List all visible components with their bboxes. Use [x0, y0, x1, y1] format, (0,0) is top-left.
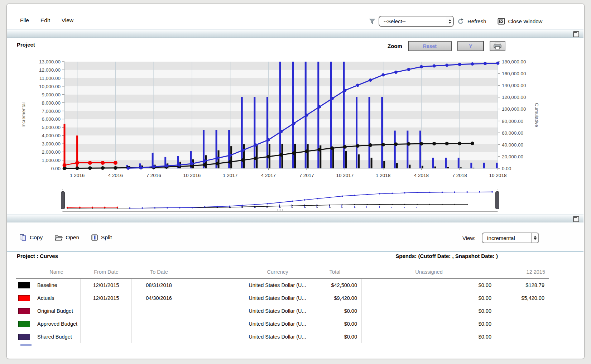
cell-currency: United States Dollar (U...: [186, 330, 308, 343]
svg-text:10 2018: 10 2018: [489, 173, 507, 178]
restore-pane-icon[interactable]: [573, 31, 579, 37]
swatch-cell: [16, 317, 32, 330]
column-name[interactable]: Name: [32, 266, 81, 278]
cell-unassigned: $0.00: [362, 330, 496, 343]
table-row[interactable]: Original BudgetUnited States Dollar (U..…: [16, 305, 549, 317]
swatch-cell: [16, 292, 32, 305]
refresh-label[interactable]: Refresh: [467, 18, 486, 24]
select-stepper-icon[interactable]: [531, 233, 538, 243]
curve-color-swatch: [18, 282, 30, 288]
swatch-cell: [16, 279, 32, 292]
svg-text:7,000.00: 7,000.00: [42, 109, 61, 114]
filter-funnel-icon[interactable]: [369, 18, 375, 25]
svg-text:180,000.00: 180,000.00: [502, 59, 526, 64]
split-button[interactable]: Split: [91, 234, 112, 241]
close-window-icon[interactable]: [498, 18, 505, 25]
zoom-reset-button[interactable]: Reset: [408, 41, 452, 51]
svg-text:13,000.00: 13,000.00: [39, 59, 61, 64]
table-row[interactable]: Actuals12/01/201504/30/2016United States…: [16, 292, 549, 305]
swatch-cell: [16, 305, 32, 317]
app-window: File Edit View --Select-- Refresh Close …: [0, 0, 591, 364]
cell-to: [132, 317, 186, 330]
table-row[interactable]: Approved BudgetUnited States Dollar (U..…: [16, 317, 549, 330]
table-row[interactable]: Baseline12/01/201508/31/2018United State…: [16, 279, 549, 292]
copy-button[interactable]: Copy: [20, 234, 43, 241]
svg-text:0.00: 0.00: [51, 166, 61, 171]
svg-text:80,000.00: 80,000.00: [502, 119, 523, 124]
copy-label: Copy: [30, 234, 43, 241]
svg-text:7 2017: 7 2017: [299, 173, 314, 178]
range-grip-icon[interactable]: [277, 209, 283, 211]
cell-total: $42,500.00: [308, 279, 362, 292]
column-to-date[interactable]: To Date: [132, 266, 186, 278]
svg-text:Incremental: Incremental: [21, 102, 26, 128]
svg-text:4 2018: 4 2018: [414, 173, 429, 178]
curve-color-swatch: [18, 321, 30, 327]
curves-table-header: Name From Date To Date Currency Total Un…: [16, 266, 549, 279]
cell-currency: United States Dollar (U...: [186, 305, 308, 317]
filter-select[interactable]: --Select--: [379, 16, 454, 27]
open-label: Open: [66, 234, 79, 241]
svg-text:20,000.00: 20,000.00: [502, 154, 523, 159]
restore-pane-icon[interactable]: [573, 216, 579, 222]
cell-unassigned: $0.00: [362, 292, 496, 305]
column-unassigned[interactable]: Unassigned: [362, 266, 496, 278]
cell-name: Approved Budget: [32, 317, 81, 330]
cell-m122015: [496, 317, 549, 330]
svg-text:9,000.00: 9,000.00: [42, 92, 61, 97]
cell-currency: United States Dollar (U...: [186, 292, 308, 305]
cell-currency: United States Dollar (U...: [186, 279, 308, 292]
column-total[interactable]: Total: [308, 266, 362, 278]
svg-text:7 2016: 7 2016: [146, 173, 161, 178]
cell-unassigned: $0.00: [362, 305, 496, 317]
open-button[interactable]: Open: [55, 234, 79, 241]
column-from-date[interactable]: From Date: [81, 266, 132, 278]
cell-name: Shared Budget: [32, 330, 81, 343]
chart-range-selector[interactable]: [62, 189, 498, 212]
cell-unassigned: $0.00: [362, 279, 496, 292]
svg-text:1 2018: 1 2018: [376, 173, 390, 178]
column-12-2015[interactable]: 12 2015: [496, 266, 549, 278]
zoom-y-button[interactable]: Y: [457, 41, 484, 51]
menu-file[interactable]: File: [20, 17, 29, 24]
svg-text:10 2016: 10 2016: [183, 173, 201, 178]
range-handle-right[interactable]: [495, 191, 499, 209]
cell-from: 12/01/2015: [81, 279, 132, 292]
cell-to: 04/30/2016: [132, 292, 186, 305]
cell-from: 12/01/2015: [81, 292, 132, 305]
svg-text:1 2016: 1 2016: [70, 173, 85, 178]
copy-icon: [20, 234, 27, 241]
svg-text:60,000.00: 60,000.00: [502, 130, 523, 136]
cell-from: [81, 305, 132, 317]
menu-edit[interactable]: Edit: [40, 17, 50, 24]
svg-text:4 2016: 4 2016: [108, 173, 123, 178]
cell-total: $0.00: [308, 317, 362, 330]
column-currency[interactable]: Currency: [186, 266, 308, 278]
svg-text:10,000.00: 10,000.00: [39, 84, 61, 89]
cell-name: Baseline: [32, 279, 81, 292]
view-select[interactable]: Incremental: [482, 233, 539, 243]
window-controls: --Select-- Refresh Close Window: [369, 16, 542, 27]
svg-text:140,000.00: 140,000.00: [502, 83, 526, 88]
curve-color-swatch: [18, 308, 30, 314]
table-toolbar: Copy Open Split: [7, 222, 583, 252]
filter-select-value: --Select--: [379, 18, 446, 24]
menu-view[interactable]: View: [62, 17, 73, 24]
open-folder-icon: [55, 234, 63, 241]
svg-text:1 2017: 1 2017: [223, 173, 237, 178]
cell-name: Actuals: [32, 292, 81, 305]
refresh-icon[interactable]: [457, 18, 464, 25]
svg-text:12,000.00: 12,000.00: [39, 67, 61, 73]
zoom-controls: Zoom Reset Y: [388, 41, 505, 51]
project-spend-chart[interactable]: 0.001,000.002,000.003,000.004,000.005,00…: [11, 57, 559, 188]
curve-color-swatch: [18, 295, 30, 301]
view-select-value: Incremental: [482, 235, 531, 241]
close-window-label[interactable]: Close Window: [508, 18, 543, 24]
svg-text:5,000.00: 5,000.00: [42, 125, 61, 130]
range-handle-left[interactable]: [61, 191, 65, 209]
spends-info: Spends: (Cutoff Date: , Snapshot Date: ): [395, 253, 498, 259]
print-button[interactable]: [490, 41, 505, 51]
cell-from: [81, 317, 132, 330]
table-row[interactable]: Shared BudgetUnited States Dollar (U...$…: [16, 330, 549, 343]
select-stepper-icon[interactable]: [446, 16, 453, 26]
